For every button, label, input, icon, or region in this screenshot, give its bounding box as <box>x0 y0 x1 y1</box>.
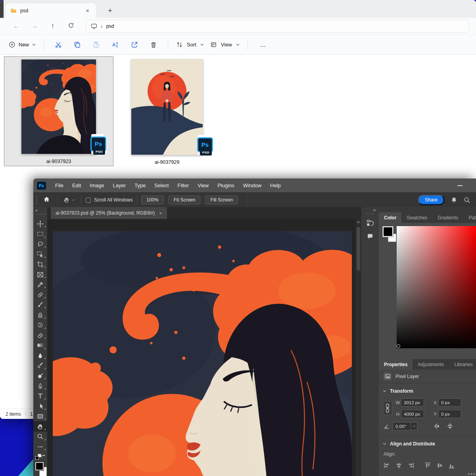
width-input[interactable]: 3012 px <box>401 398 424 407</box>
sort-button[interactable]: Sort <box>173 39 207 50</box>
rotation-dropdown[interactable] <box>411 422 417 430</box>
menu-edit[interactable]: Edit <box>68 182 85 188</box>
more-options-button[interactable]: … <box>253 41 273 48</box>
tool-frame[interactable] <box>33 269 47 280</box>
flip-vertical-icon[interactable] <box>447 423 453 430</box>
copy-button[interactable] <box>68 38 87 52</box>
align-center-horizontal-icon[interactable] <box>395 462 402 469</box>
align-section-header[interactable]: Align and Distribute <box>379 436 476 451</box>
edit-toolbar-button[interactable] <box>33 442 47 452</box>
rotation-input[interactable]: 0.00° <box>393 422 417 430</box>
paste-button[interactable] <box>87 38 106 52</box>
scroll-all-windows-checkbox[interactable] <box>86 198 91 203</box>
fit-screen-button[interactable]: Fit Screen <box>169 196 201 204</box>
color-field-cursor[interactable] <box>397 344 400 348</box>
explorer-tab-psd[interactable]: psd × <box>6 3 96 18</box>
tool-zoom[interactable] <box>33 432 47 442</box>
menu-view[interactable]: View <box>193 182 213 188</box>
tool-object-selection[interactable] <box>33 249 47 259</box>
tool-eyedropper[interactable] <box>33 280 47 290</box>
document-tab[interactable]: ai-9037923.psd @ 25% (Background, RGB/8#… <box>51 207 167 219</box>
align-bottom-icon[interactable] <box>448 462 455 469</box>
tab-adjustments[interactable]: Adjustments <box>413 359 449 370</box>
link-dimensions-button[interactable] <box>383 401 392 415</box>
tab-libraries[interactable]: Libraries <box>449 359 476 370</box>
collapse-panels-icon[interactable]: « <box>373 207 379 212</box>
height-input[interactable]: 4000 px <box>401 410 424 418</box>
address-bar[interactable]: › psd <box>86 20 469 33</box>
back-icon[interactable]: ← <box>7 22 25 30</box>
tool-rectangle-shape[interactable] <box>33 411 47 422</box>
tool-gradient[interactable] <box>33 340 47 351</box>
swap-colors-icon[interactable] <box>40 453 46 459</box>
tool-dodge[interactable] <box>33 371 47 381</box>
align-middle-vertical-icon[interactable] <box>436 462 443 469</box>
align-right-icon[interactable] <box>407 462 414 469</box>
scrollbar-thumb[interactable] <box>357 227 360 271</box>
tool-smudge[interactable] <box>33 361 47 371</box>
tool-pen[interactable] <box>33 381 47 391</box>
delete-button[interactable] <box>144 38 163 52</box>
menu-filter[interactable]: Filter <box>173 182 193 188</box>
share-button[interactable] <box>125 38 144 52</box>
search-button[interactable] <box>464 197 470 203</box>
menu-help[interactable]: Help <box>266 182 285 188</box>
document-close-icon[interactable]: × <box>159 210 162 216</box>
tool-rectangular-marquee[interactable] <box>33 229 47 239</box>
share-button[interactable]: Share <box>418 195 444 205</box>
align-left-icon[interactable] <box>384 462 390 469</box>
tab-gradients[interactable]: Gradients <box>432 212 463 223</box>
tab-close-icon[interactable]: × <box>84 7 91 14</box>
menu-type[interactable]: Type <box>130 182 150 188</box>
color-field[interactable] <box>397 226 476 348</box>
foreground-color-swatch[interactable] <box>35 462 44 470</box>
refresh-icon[interactable] <box>62 22 80 31</box>
tab-patterns[interactable]: Patterns <box>463 212 476 223</box>
panel-more-options[interactable] <box>468 473 470 475</box>
document-canvas[interactable] <box>53 231 352 476</box>
zoom-100-button[interactable]: 100% <box>141 196 164 204</box>
up-icon[interactable]: ↑ <box>44 22 62 30</box>
new-button[interactable]: New <box>6 39 39 50</box>
menu-layer[interactable]: Layer <box>109 182 131 188</box>
tool-spot-healing-brush[interactable] <box>33 290 47 300</box>
file-item-psd-1[interactable]: Ps PSD ai-9037923 <box>4 56 113 166</box>
menu-plugins[interactable]: Plugins <box>213 182 239 188</box>
tool-history-brush[interactable] <box>33 320 47 330</box>
vert-scrollbar[interactable] <box>355 219 361 476</box>
scroll-up-icon[interactable] <box>357 221 360 223</box>
tab-swatches[interactable]: Swatches <box>401 212 432 223</box>
foreground-background-colors[interactable] <box>34 462 47 476</box>
history-panel-button[interactable] <box>365 217 376 228</box>
rename-button[interactable] <box>106 38 125 52</box>
tool-eraser[interactable] <box>33 330 47 341</box>
new-tab-button[interactable]: + <box>108 7 112 14</box>
flip-horizontal-icon[interactable] <box>434 423 440 430</box>
foreground-color-swatch[interactable] <box>383 226 393 237</box>
menu-file[interactable]: File <box>51 182 68 188</box>
tab-properties[interactable]: Properties <box>379 359 413 370</box>
canvas-area[interactable] <box>47 219 361 476</box>
menu-image[interactable]: Image <box>85 182 108 188</box>
menu-select[interactable]: Select <box>150 182 173 188</box>
file-name[interactable]: ai-9037923 <box>46 159 71 164</box>
expand-tools-icon[interactable]: » <box>35 208 38 213</box>
tool-clone-stamp[interactable] <box>33 310 47 320</box>
y-input[interactable]: 0 px <box>438 410 461 418</box>
comments-panel-button[interactable] <box>365 231 376 242</box>
x-input[interactable]: 0 px <box>438 398 461 407</box>
tool-move[interactable] <box>33 219 47 229</box>
tool-hand[interactable] <box>33 421 47 432</box>
view-button[interactable]: View <box>207 39 243 50</box>
forward-icon[interactable]: → <box>25 22 44 30</box>
transform-section-header[interactable]: Transform <box>379 383 476 398</box>
fill-screen-button[interactable]: Fill Screen <box>205 196 238 204</box>
tool-lasso[interactable] <box>33 239 47 250</box>
notifications-button[interactable] <box>451 197 457 203</box>
align-top-icon[interactable] <box>424 462 431 469</box>
cut-button[interactable] <box>49 38 68 52</box>
tool-type[interactable] <box>33 391 47 401</box>
tab-color[interactable]: Color <box>379 212 401 223</box>
menu-window[interactable]: Window <box>239 182 266 188</box>
tool-crop[interactable] <box>33 259 47 270</box>
